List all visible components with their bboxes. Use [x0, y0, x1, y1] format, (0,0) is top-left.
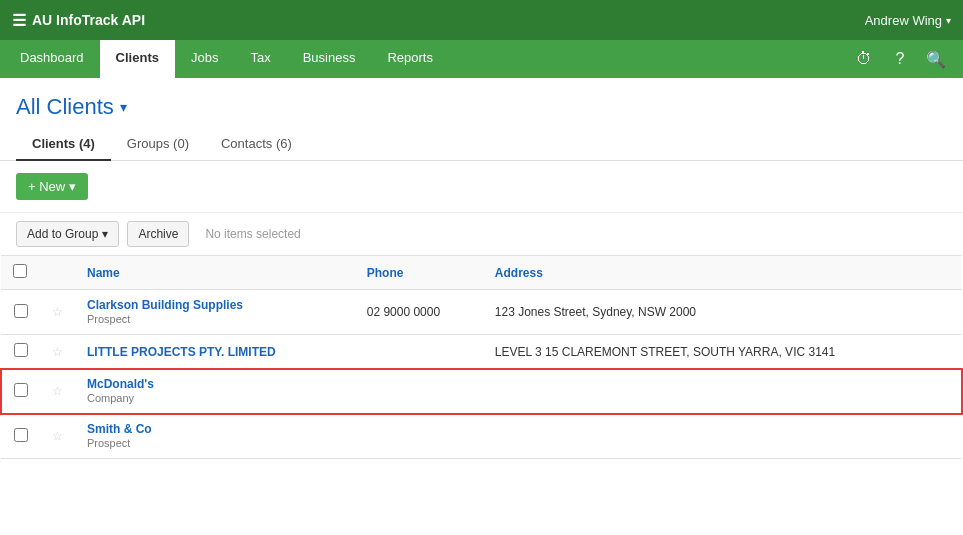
client-type: Company	[87, 392, 134, 404]
nav-jobs[interactable]: Jobs	[175, 40, 234, 78]
tab-contacts[interactable]: Contacts (6)	[205, 128, 308, 161]
actions-bar: + New ▾	[0, 161, 963, 212]
page-title-dropdown[interactable]: ▾	[120, 99, 127, 115]
nav-dashboard[interactable]: Dashboard	[4, 40, 100, 78]
page-content: All Clients ▾ Clients (4) Groups (0) Con…	[0, 78, 963, 535]
app-logo: ☰ AU InfoTrack API	[12, 11, 865, 30]
app-name: AU InfoTrack API	[32, 12, 145, 28]
client-address-cell: LEVEL 3 15 CLAREMONT STREET, SOUTH YARRA…	[483, 335, 962, 369]
client-name-link[interactable]: Clarkson Building Supplies	[87, 298, 343, 312]
nav-reports[interactable]: Reports	[371, 40, 449, 78]
client-address-cell	[483, 369, 962, 414]
star-cell[interactable]: ☆	[40, 335, 75, 369]
client-name-cell: McDonald's Company	[75, 369, 355, 414]
select-all-checkbox[interactable]	[13, 264, 27, 278]
page-header: All Clients ▾	[0, 78, 963, 128]
table-toolbar: Add to Group ▾ Archive No items selected	[0, 212, 963, 255]
table-row: ☆ LITTLE PROJECTS PTY. LIMITED LEVEL 3 1…	[1, 335, 962, 369]
client-name-link[interactable]: Smith & Co	[87, 422, 343, 436]
row-checkbox[interactable]	[14, 383, 28, 397]
row-checkbox[interactable]	[14, 343, 28, 357]
table-row: ☆ Smith & Co Prospect	[1, 414, 962, 459]
address-column-header[interactable]: Address	[483, 256, 962, 290]
table-row: ☆ McDonald's Company	[1, 369, 962, 414]
client-address-cell: 123 Jones Street, Sydney, NSW 2000	[483, 290, 962, 335]
new-dropdown-arrow: ▾	[69, 179, 76, 194]
new-button[interactable]: + New ▾	[16, 173, 88, 200]
client-phone-cell	[355, 414, 483, 459]
clients-table: Name Phone Address ☆ Clarkson Building S…	[0, 255, 963, 459]
star-header	[40, 256, 75, 290]
client-phone-cell	[355, 369, 483, 414]
row-checkbox[interactable]	[14, 304, 28, 318]
client-name-link[interactable]: McDonald's	[87, 377, 343, 391]
row-checkbox-cell[interactable]	[1, 414, 40, 459]
phone-column-header[interactable]: Phone	[355, 256, 483, 290]
nav-clients[interactable]: Clients	[100, 40, 175, 78]
user-menu[interactable]: Andrew Wing ▾	[865, 13, 951, 28]
user-name: Andrew Wing	[865, 13, 942, 28]
client-phone-cell: 02 9000 0000	[355, 290, 483, 335]
top-bar: ☰ AU InfoTrack API Andrew Wing ▾	[0, 0, 963, 40]
tab-groups[interactable]: Groups (0)	[111, 128, 205, 161]
star-cell[interactable]: ☆	[40, 369, 75, 414]
row-checkbox[interactable]	[14, 428, 28, 442]
hamburger-icon[interactable]: ☰	[12, 11, 26, 30]
client-name-cell: LITTLE PROJECTS PTY. LIMITED	[75, 335, 355, 369]
client-phone-cell	[355, 335, 483, 369]
row-checkbox-cell[interactable]	[1, 335, 40, 369]
page-title: All Clients	[16, 94, 114, 120]
no-items-text: No items selected	[205, 227, 300, 241]
client-address-cell	[483, 414, 962, 459]
table-row: ☆ Clarkson Building Supplies Prospect 02…	[1, 290, 962, 335]
row-checkbox-cell[interactable]	[1, 369, 40, 414]
add-to-group-button[interactable]: Add to Group ▾	[16, 221, 119, 247]
nav-bar: Dashboard Clients Jobs Tax Business Repo…	[0, 40, 963, 78]
user-dropdown-arrow: ▾	[946, 15, 951, 26]
star-cell[interactable]: ☆	[40, 414, 75, 459]
help-icon[interactable]: ?	[885, 44, 915, 74]
tabs-bar: Clients (4) Groups (0) Contacts (6)	[0, 128, 963, 161]
client-type: Prospect	[87, 313, 130, 325]
select-all-header[interactable]	[1, 256, 40, 290]
client-name-link[interactable]: LITTLE PROJECTS PTY. LIMITED	[87, 345, 343, 359]
name-column-header[interactable]: Name	[75, 256, 355, 290]
add-to-group-arrow: ▾	[102, 227, 108, 241]
client-name-cell: Clarkson Building Supplies Prospect	[75, 290, 355, 335]
star-cell[interactable]: ☆	[40, 290, 75, 335]
tab-clients[interactable]: Clients (4)	[16, 128, 111, 161]
archive-button[interactable]: Archive	[127, 221, 189, 247]
nav-tax[interactable]: Tax	[234, 40, 286, 78]
search-icon[interactable]: 🔍	[921, 44, 951, 74]
nav-icon-group: ⏱ ? 🔍	[849, 40, 959, 78]
row-checkbox-cell[interactable]	[1, 290, 40, 335]
client-type: Prospect	[87, 437, 130, 449]
nav-business[interactable]: Business	[287, 40, 372, 78]
clock-icon[interactable]: ⏱	[849, 44, 879, 74]
client-name-cell: Smith & Co Prospect	[75, 414, 355, 459]
